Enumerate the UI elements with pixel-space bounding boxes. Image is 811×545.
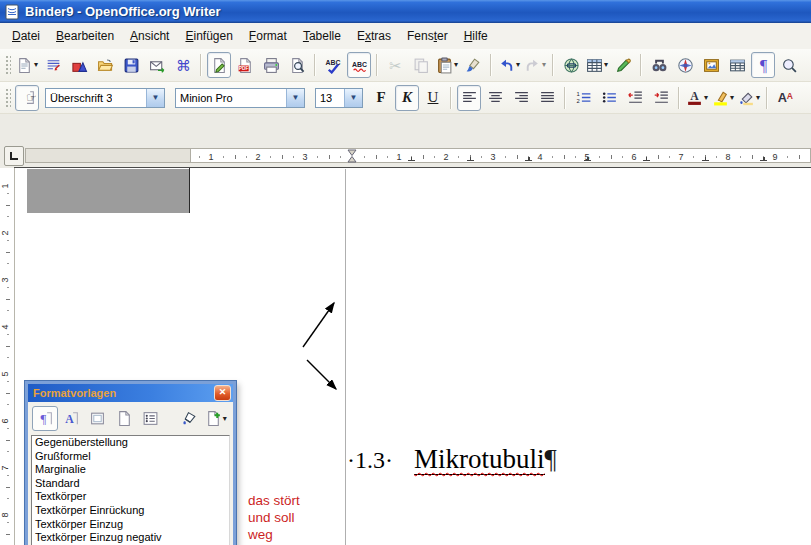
find-replace-button[interactable]: [647, 52, 671, 78]
format-paintbrush-button[interactable]: [461, 52, 485, 78]
font-color-dropdown-icon[interactable]: ▾: [704, 94, 708, 102]
font-color-button[interactable]: A▾: [685, 85, 709, 111]
decrease-indent-button[interactable]: [623, 85, 647, 111]
edit-file-button[interactable]: [207, 52, 231, 78]
new-style-from-selection-dropdown-icon[interactable]: ▾: [223, 415, 227, 423]
autotext-button[interactable]: [41, 52, 65, 78]
horizontal-ruler[interactable]: 321123456789: [190, 148, 811, 163]
italic-button[interactable]: K: [395, 85, 419, 111]
insert-table-dropdown-icon[interactable]: ▾: [604, 61, 608, 69]
highlighting-dropdown-icon[interactable]: ▾: [730, 94, 734, 102]
vertical-ruler[interactable]: 12345678: [0, 168, 15, 545]
toolbar-grip[interactable]: [4, 54, 11, 76]
style-item[interactable]: Marginalie: [32, 463, 229, 477]
style-item[interactable]: Standard: [32, 477, 229, 491]
navigator-button[interactable]: [673, 52, 697, 78]
menu-bearbeiten[interactable]: Bearbeiten: [48, 25, 122, 47]
align-left-button[interactable]: [457, 85, 481, 111]
style-item[interactable]: Gegenüberstellung: [32, 436, 229, 450]
background-color-dropdown-icon[interactable]: ▾: [756, 94, 760, 102]
close-icon[interactable]: ✕: [214, 385, 231, 401]
new-style-from-selection-button[interactable]: ▾: [203, 406, 229, 431]
underline-button[interactable]: U: [421, 85, 445, 111]
nonprinting-characters-button[interactable]: ¶: [751, 52, 775, 78]
toolbar-grip[interactable]: [4, 87, 11, 109]
fill-format-mode-button[interactable]: [176, 406, 202, 431]
tab-type-button[interactable]: [4, 146, 24, 166]
paragraph-styles-button[interactable]: ¶: [32, 406, 58, 431]
bold-button[interactable]: F: [369, 85, 393, 111]
draw-shapes-button[interactable]: [67, 52, 91, 78]
redo-button[interactable]: ▾: [523, 52, 547, 78]
copy-button[interactable]: [409, 52, 433, 78]
style-item[interactable]: Textkörper Einzug negativ: [32, 531, 229, 545]
numbered-list-button[interactable]: 12: [571, 85, 595, 111]
redo-dropdown-icon[interactable]: ▾: [542, 61, 546, 69]
menu-format[interactable]: Format: [241, 25, 295, 47]
page-styles-button[interactable]: [111, 406, 137, 431]
style-combo-arrow-icon[interactable]: ▼: [146, 89, 164, 107]
hyperlink-button[interactable]: [559, 52, 583, 78]
spellcheck-button[interactable]: ABC: [321, 52, 345, 78]
size-combo-arrow-icon[interactable]: ▼: [344, 89, 362, 107]
menu-fenster[interactable]: Fenster: [399, 25, 456, 47]
svg-text:✂: ✂: [389, 57, 401, 74]
heading-number: ·1.3·: [347, 447, 393, 473]
export-pdf-button[interactable]: PDF: [233, 52, 257, 78]
mail-document-button[interactable]: [145, 52, 169, 78]
page-preview-button[interactable]: [285, 52, 309, 78]
increase-indent-button[interactable]: [649, 85, 673, 111]
align-center-button[interactable]: [483, 85, 507, 111]
align-right-button[interactable]: [509, 85, 533, 111]
data-sources-button[interactable]: [725, 52, 749, 78]
menu-einfügen[interactable]: Einfügen: [177, 25, 240, 47]
styles-window-button[interactable]: ☞: [15, 85, 39, 111]
styles-list[interactable]: GegenüberstellungGrußformelMarginalieSta…: [31, 435, 230, 545]
new-style-from-selection-icon: [205, 410, 222, 427]
indent-marker[interactable]: [347, 149, 357, 167]
menu-extras[interactable]: Extras: [349, 25, 399, 47]
auto-spellcheck-button[interactable]: ABC: [347, 52, 371, 78]
style-item[interactable]: Grußformel: [32, 450, 229, 464]
character-scale-icon: AA: [777, 89, 794, 106]
font-name-combo[interactable]: Minion Pro ▼: [175, 88, 305, 108]
bold-label: F: [376, 90, 385, 105]
new-document-dropdown-icon[interactable]: ▾: [34, 61, 38, 69]
menu-datei[interactable]: Datei: [4, 25, 48, 47]
font-size-combo[interactable]: 13 ▼: [315, 88, 363, 108]
align-justify-button[interactable]: [535, 85, 559, 111]
menu-hilfe[interactable]: Hilfe: [456, 25, 496, 47]
zoom-button[interactable]: [777, 52, 801, 78]
heading-1-3[interactable]: ·1.3·Mikrotubuli¶: [347, 444, 557, 475]
paragraph-style-combo[interactable]: Überschrift 3 ▼: [45, 88, 165, 108]
style-item[interactable]: Textkörper Einrückung: [32, 504, 229, 518]
insert-table-button[interactable]: ▾: [585, 52, 609, 78]
paste-button[interactable]: ▾: [435, 52, 459, 78]
list-styles-button[interactable]: [137, 406, 163, 431]
background-color-button[interactable]: ▾: [737, 85, 761, 111]
menu-tabelle[interactable]: Tabelle: [295, 25, 349, 47]
cut-button[interactable]: ✂: [383, 52, 407, 78]
frame-styles-button[interactable]: [85, 406, 111, 431]
command-button[interactable]: ⌘: [171, 52, 195, 78]
paragraph-styles-icon: ¶: [37, 410, 54, 427]
undo-button[interactable]: ▾: [497, 52, 521, 78]
style-item[interactable]: Textkörper Einzug: [32, 518, 229, 532]
highlighting-button[interactable]: ▾: [711, 85, 735, 111]
style-item[interactable]: Textkörper: [32, 490, 229, 504]
styles-panel-titlebar[interactable]: Formatvorlagen ✕: [28, 384, 233, 402]
font-combo-arrow-icon[interactable]: ▼: [286, 89, 304, 107]
paste-dropdown-icon[interactable]: ▾: [454, 61, 458, 69]
undo-dropdown-icon[interactable]: ▾: [516, 61, 520, 69]
save-button[interactable]: [119, 52, 143, 78]
open-button[interactable]: [93, 52, 117, 78]
menu-ansicht[interactable]: Ansicht: [122, 25, 177, 47]
new-document-button[interactable]: ▾: [15, 52, 39, 78]
bullet-list-button[interactable]: [597, 85, 621, 111]
character-styles-button[interactable]: A: [58, 406, 84, 431]
toolbar-separator: [490, 54, 492, 76]
gallery-button[interactable]: [699, 52, 723, 78]
print-button[interactable]: [259, 52, 283, 78]
character-scale-button[interactable]: AA: [773, 85, 797, 111]
draw-functions-button[interactable]: [611, 52, 635, 78]
